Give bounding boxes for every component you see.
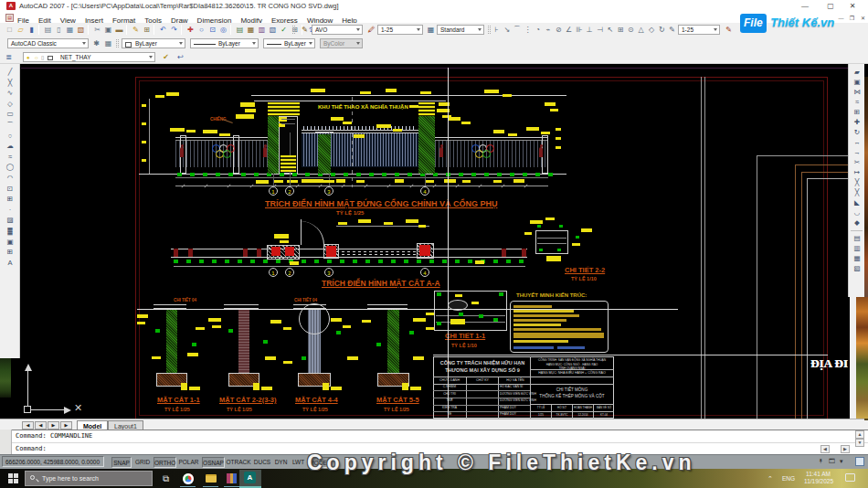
array-icon[interactable]: ⊞ bbox=[852, 108, 863, 117]
multiline-text-icon[interactable]: A bbox=[5, 259, 16, 268]
dim-style-combo[interactable]: 1-25⌄ bbox=[377, 25, 423, 35]
color-combo[interactable]: ByLayer⌄ bbox=[122, 38, 185, 48]
arc-icon[interactable]: ⌒ bbox=[5, 121, 16, 130]
file-explorer-icon[interactable] bbox=[205, 472, 217, 484]
circle-icon[interactable]: ○ bbox=[5, 132, 16, 141]
save-icon[interactable]: ▮ bbox=[26, 25, 37, 35]
ellipse-arc-icon[interactable]: ◠ bbox=[5, 174, 16, 183]
workspace-settings-icon[interactable]: ✱ bbox=[91, 38, 101, 48]
doc-close-button[interactable]: ✕ bbox=[859, 16, 867, 22]
status-polar-toggle[interactable]: POLAR bbox=[177, 457, 200, 468]
revision-cloud-icon[interactable]: ☁ bbox=[5, 142, 16, 151]
layer-combo[interactable]: NET_THAY⌄●☼▯ bbox=[23, 52, 155, 62]
dim-radius-icon[interactable]: ◔ bbox=[533, 25, 543, 35]
linetype-combo[interactable]: ByLayer⌄ bbox=[190, 38, 259, 48]
status-lwt-toggle[interactable]: LWT bbox=[291, 457, 306, 468]
fillet-icon[interactable]: ◡ bbox=[852, 208, 863, 217]
layer-manager-icon[interactable]: ≣ bbox=[4, 52, 14, 62]
new-icon[interactable]: □ bbox=[5, 25, 15, 35]
explode-icon[interactable]: ◆ bbox=[852, 218, 863, 228]
open-icon[interactable]: ▱ bbox=[16, 25, 26, 35]
rectangle-icon[interactable]: ▭ bbox=[5, 110, 16, 119]
tolerance-icon[interactable]: ⊞ bbox=[616, 25, 626, 35]
save-workspace-icon[interactable]: ▦ bbox=[103, 38, 113, 48]
tab-nav-3[interactable]: ▶ bbox=[60, 421, 72, 430]
polyline-icon[interactable]: ∿ bbox=[5, 89, 16, 98]
command-scroll-right[interactable]: ▶ bbox=[841, 445, 850, 453]
dim-update-icon[interactable]: ↻ bbox=[657, 25, 667, 35]
polygon-icon[interactable]: ◇ bbox=[5, 100, 16, 109]
plot-icon[interactable]: ▤ bbox=[43, 25, 53, 35]
taskbar-search[interactable]: Type here to search bbox=[25, 471, 153, 486]
insert-block-icon[interactable]: ⊡ bbox=[5, 185, 16, 194]
command-window-splitter[interactable] bbox=[0, 430, 12, 454]
chrome-icon[interactable] bbox=[182, 472, 194, 484]
dim-edit-icon[interactable]: △ bbox=[636, 25, 646, 35]
point-icon[interactable]: · bbox=[5, 206, 16, 215]
task-view-icon[interactable]: ⧉ bbox=[160, 472, 172, 484]
hatch-icon[interactable]: ▨ bbox=[5, 216, 16, 225]
close-button[interactable]: ✕ bbox=[846, 1, 859, 11]
center-mark-icon[interactable]: ⊙ bbox=[626, 25, 636, 35]
break-point-icon[interactable]: ╳ bbox=[852, 178, 863, 187]
status-tray-icon-0[interactable]: 🖈 bbox=[818, 458, 824, 464]
cut-icon[interactable]: ✂ bbox=[92, 25, 102, 35]
tab-nav-1[interactable]: ◀ bbox=[35, 421, 47, 430]
designcenter-icon[interactable]: ▦ bbox=[246, 25, 256, 35]
tool-palettes-icon[interactable]: ▥ bbox=[257, 25, 267, 35]
tray-language[interactable]: ENG bbox=[782, 475, 795, 482]
match-properties-icon[interactable]: ✎ bbox=[131, 25, 141, 35]
sheetset-manager-icon[interactable]: ▧ bbox=[268, 25, 278, 35]
block-editor-icon[interactable]: ⊞ bbox=[142, 25, 152, 35]
tab-nav-0[interactable]: ◀ bbox=[22, 421, 34, 430]
dim-arc-icon[interactable]: ⌒ bbox=[513, 25, 523, 35]
dim-linear-icon[interactable]: ⊦ bbox=[492, 25, 502, 35]
status-tray-icon-2[interactable]: ▾ bbox=[840, 458, 843, 465]
mirror-icon[interactable]: ⋈ bbox=[852, 88, 863, 97]
construction-line-icon[interactable]: ╳ bbox=[5, 79, 16, 88]
quick-dim-icon[interactable]: ⊪ bbox=[574, 25, 584, 35]
doc-minimize-button[interactable]: — bbox=[837, 16, 845, 22]
status-otrack-toggle[interactable]: OTRACK bbox=[226, 457, 251, 468]
status-ducs-toggle[interactable]: DUCS bbox=[253, 457, 271, 468]
command-scroll-up[interactable]: ▲ bbox=[855, 430, 864, 439]
maximize-button[interactable]: ▢ bbox=[824, 1, 837, 11]
winrar-icon[interactable] bbox=[226, 472, 238, 484]
erase-icon[interactable]: ▰ bbox=[852, 68, 863, 77]
dim-style-icon[interactable]: 🖉 bbox=[366, 25, 376, 35]
line-icon[interactable]: ╱ bbox=[5, 68, 16, 77]
break-icon[interactable]: ╳ bbox=[852, 188, 863, 197]
tray-expand-icon[interactable]: ⌃ bbox=[767, 475, 773, 483]
clean-screen-icon[interactable] bbox=[855, 457, 864, 466]
gradient-icon[interactable]: ▓ bbox=[5, 227, 16, 236]
table-icon[interactable]: ⊞ bbox=[5, 248, 16, 257]
publish-icon[interactable]: ▦ bbox=[65, 25, 75, 35]
dim-aligned-icon[interactable]: ↘ bbox=[502, 25, 512, 35]
dim-ordinate-icon[interactable]: ⋮ bbox=[523, 25, 533, 35]
rotate-icon[interactable]: ↻ bbox=[852, 128, 863, 137]
dim-update-icon[interactable]: ✎ bbox=[724, 25, 734, 35]
dim-style-icon[interactable]: ✎ bbox=[667, 25, 677, 35]
zoom-realtime-icon[interactable]: ○ bbox=[196, 25, 206, 35]
lineweight-combo[interactable]: ByLayer⌄ bbox=[263, 38, 315, 48]
properties-icon[interactable]: ▤ bbox=[235, 25, 245, 35]
markup-icon[interactable]: ✓ bbox=[279, 25, 289, 35]
chamfer-icon[interactable]: ◣ bbox=[852, 198, 863, 207]
dim-baseline-icon[interactable]: ⊥ bbox=[585, 25, 595, 35]
notification-center-icon[interactable] bbox=[845, 473, 855, 482]
ellipse-icon[interactable]: ◯ bbox=[5, 163, 16, 172]
command-scroll-down[interactable]: ▼ bbox=[855, 439, 864, 447]
trim-icon[interactable]: ✂ bbox=[852, 158, 863, 167]
status-osnap-toggle[interactable]: OSNAP bbox=[202, 457, 225, 468]
extend-icon[interactable]: ↦ bbox=[852, 168, 863, 177]
paste-icon[interactable]: ▬ bbox=[114, 25, 124, 35]
workspace-combo[interactable]: AutoCAD Classic⌄ bbox=[7, 38, 89, 48]
draworder-back-icon[interactable]: ▥ bbox=[852, 244, 863, 253]
make-block-icon[interactable]: ⊞ bbox=[5, 195, 16, 204]
status-grid-toggle[interactable]: GRID bbox=[133, 457, 152, 468]
start-button[interactable] bbox=[8, 473, 18, 483]
3d-dwf-icon[interactable]: ▧ bbox=[76, 25, 86, 35]
region-icon[interactable]: ▣ bbox=[5, 238, 16, 247]
zoom-previous-icon[interactable]: ◎ bbox=[218, 25, 228, 35]
make-object-layer-current-icon[interactable]: ✔ bbox=[161, 52, 171, 62]
